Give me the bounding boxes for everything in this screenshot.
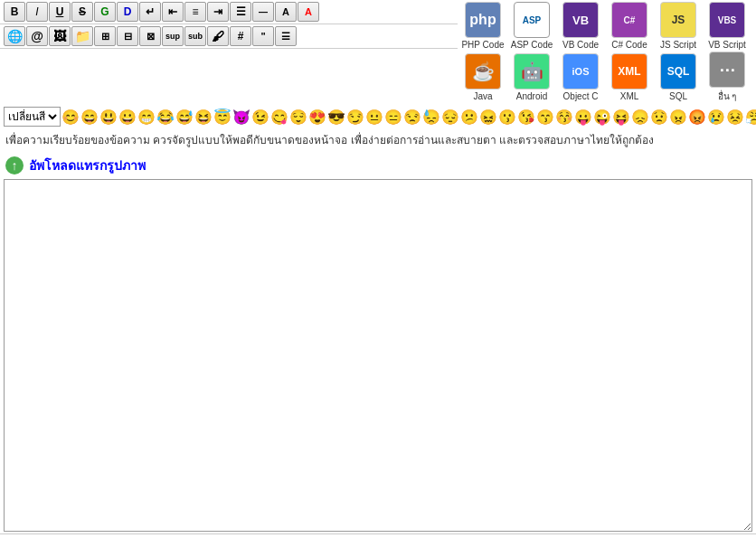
emoji-16[interactable]: 😏: [346, 109, 364, 126]
other-code-label: อื่น ๆ: [718, 90, 737, 103]
android-code-label: Android: [516, 91, 547, 101]
strikethrough-button[interactable]: S: [71, 2, 93, 22]
superscript-button[interactable]: sup: [162, 26, 184, 46]
code-icons-panel: php PHP Code ASP ASP Code VB VB Code C# …: [458, 0, 756, 105]
table2-button[interactable]: ⊟: [117, 26, 138, 46]
editor-textarea[interactable]: [4, 179, 752, 532]
emoji-21[interactable]: 😔: [441, 109, 459, 126]
font-size-button[interactable]: A: [275, 2, 297, 22]
left-toolbars: B I U S G D ↵ ⇤ ≡ ⇥ ☰ ― A A: [0, 0, 458, 49]
emoji-27[interactable]: 😚: [555, 109, 573, 126]
italic-button[interactable]: I: [26, 2, 48, 22]
main-container: B I U S G D ↵ ⇤ ≡ ⇥ ☰ ― A A: [0, 0, 756, 538]
paint-button[interactable]: 🖌: [207, 26, 229, 46]
emoji-2[interactable]: 😄: [80, 109, 99, 126]
emoji-13[interactable]: 😌: [289, 109, 307, 126]
emoji-26[interactable]: 😙: [536, 109, 554, 126]
image-button[interactable]: 🖼: [49, 26, 71, 46]
quote-button[interactable]: ": [252, 26, 274, 46]
other-code-icon[interactable]: ⋯ อื่น ๆ: [704, 52, 751, 103]
emoji-22[interactable]: 😕: [460, 109, 478, 126]
emoji-28[interactable]: 😛: [574, 109, 592, 126]
emoji-18[interactable]: 😑: [384, 109, 402, 126]
emoji-5[interactable]: 😁: [137, 109, 156, 126]
emoji-17[interactable]: 😐: [365, 109, 383, 126]
emoji-11[interactable]: 😉: [251, 109, 269, 126]
emoji-20[interactable]: 😓: [422, 109, 440, 126]
emoji-29[interactable]: 😜: [593, 109, 611, 126]
php-code-icon[interactable]: php PHP Code: [459, 2, 506, 50]
font-color-button[interactable]: A: [298, 2, 319, 22]
js-code-icon[interactable]: JS JS Script: [655, 2, 702, 50]
emoji-10[interactable]: 😈: [232, 109, 250, 126]
toolbar-row1: B I U S G D ↵ ⇤ ≡ ⇥ ☰ ― A A: [0, 0, 458, 24]
emoji-toolbar: เปลี่ยนสี แดง เขียว น้ำเงิน 😊 😄 😃 😀 😁 😂 …: [0, 105, 756, 128]
file-button[interactable]: 📁: [71, 26, 93, 46]
csharp-code-icon[interactable]: C# C# Code: [606, 2, 653, 50]
underline-button[interactable]: U: [49, 2, 71, 22]
vb-code-label: VB Code: [562, 40, 599, 50]
emoji-4[interactable]: 😀: [118, 109, 137, 126]
email-button[interactable]: @: [26, 26, 48, 46]
align-center-button[interactable]: ≡: [184, 2, 206, 22]
emoji-37[interactable]: 😤: [745, 109, 756, 126]
php-code-label: PHP Code: [461, 40, 504, 50]
emoji-31[interactable]: 😞: [631, 109, 649, 126]
xml-code-label: XML: [620, 91, 639, 101]
csharp-code-label: C# Code: [611, 40, 647, 50]
emoji-34[interactable]: 😡: [688, 109, 706, 126]
emoji-36[interactable]: 😣: [726, 109, 744, 126]
android-code-icon[interactable]: 🤖 Android: [508, 52, 555, 103]
justify-button[interactable]: ☰: [230, 2, 251, 22]
emoji-12[interactable]: 😋: [270, 109, 288, 126]
emoji-3[interactable]: 😃: [99, 109, 118, 126]
hash-button[interactable]: #: [230, 26, 251, 46]
notice-bar: Notice: [0, 533, 756, 538]
emoji-6[interactable]: 😂: [156, 109, 175, 126]
hr-button[interactable]: ―: [252, 2, 274, 22]
objc-code-icon[interactable]: iOS Object C: [557, 52, 604, 103]
java-code-label: Java: [473, 91, 492, 101]
list-button[interactable]: ☰: [275, 26, 297, 46]
bold-button[interactable]: B: [4, 2, 25, 22]
xml-code-icon[interactable]: XML XML: [606, 52, 653, 103]
asp-code-icon[interactable]: ASP ASP Code: [508, 2, 555, 50]
vb-code-icon[interactable]: VB VB Code: [557, 2, 604, 50]
emoji-19[interactable]: 😒: [403, 109, 421, 126]
color-select[interactable]: เปลี่ยนสี แดง เขียว น้ำเงิน: [4, 107, 61, 127]
table1-button[interactable]: ⊞: [94, 26, 116, 46]
upload-label: อัพโหลดแทรกรูปภาพ: [29, 156, 146, 175]
objc-code-label: Object C: [563, 91, 599, 101]
emoji-25[interactable]: 😘: [517, 109, 535, 126]
emoji-7[interactable]: 😅: [175, 109, 194, 126]
green-button[interactable]: G: [94, 2, 116, 22]
align-right-button[interactable]: ⇥: [207, 2, 229, 22]
emoji-14[interactable]: 😍: [308, 109, 326, 126]
upload-link[interactable]: ↑ อัพโหลดแทรกรูปภาพ: [0, 152, 756, 179]
emoji-35[interactable]: 😢: [707, 109, 725, 126]
emoji-15[interactable]: 😎: [327, 109, 345, 126]
web-button[interactable]: 🌐: [4, 26, 25, 46]
table3-button[interactable]: ⊠: [139, 26, 161, 46]
hint-text: เพื่อความเรียบร้อยของข้อความ ควรจัดรูปแบ…: [0, 128, 756, 152]
emoji-23[interactable]: 😖: [479, 109, 497, 126]
vbscript-code-icon[interactable]: VBS VB Script: [704, 2, 751, 50]
emoji-30[interactable]: 😝: [612, 109, 630, 126]
blue-d-button[interactable]: D: [117, 2, 138, 22]
top-area: B I U S G D ↵ ⇤ ≡ ⇥ ☰ ― A A: [0, 0, 756, 105]
format-buttons: B I U S G D ↵ ⇤ ≡ ⇥ ☰ ― A A: [4, 2, 319, 22]
emoji-8[interactable]: 😆: [194, 109, 213, 126]
emoji-33[interactable]: 😠: [669, 109, 687, 126]
subscript-button[interactable]: sub: [184, 26, 206, 46]
emoji-1[interactable]: 😊: [61, 109, 80, 126]
emoji-24[interactable]: 😗: [498, 109, 516, 126]
align-left-button[interactable]: ⇤: [162, 2, 184, 22]
media-buttons: 🌐 @ 🖼 📁 ⊞ ⊟ ⊠ sup sub 🖌 # " ☰: [4, 26, 297, 46]
emoji-32[interactable]: 😟: [650, 109, 668, 126]
sql-code-icon[interactable]: SQL SQL: [655, 52, 702, 103]
vbscript-code-label: VB Script: [708, 40, 746, 50]
arrow-button[interactable]: ↵: [139, 2, 161, 22]
sql-code-label: SQL: [669, 91, 687, 101]
java-code-icon[interactable]: ☕ Java: [459, 52, 506, 103]
emoji-9[interactable]: 😇: [213, 109, 232, 126]
